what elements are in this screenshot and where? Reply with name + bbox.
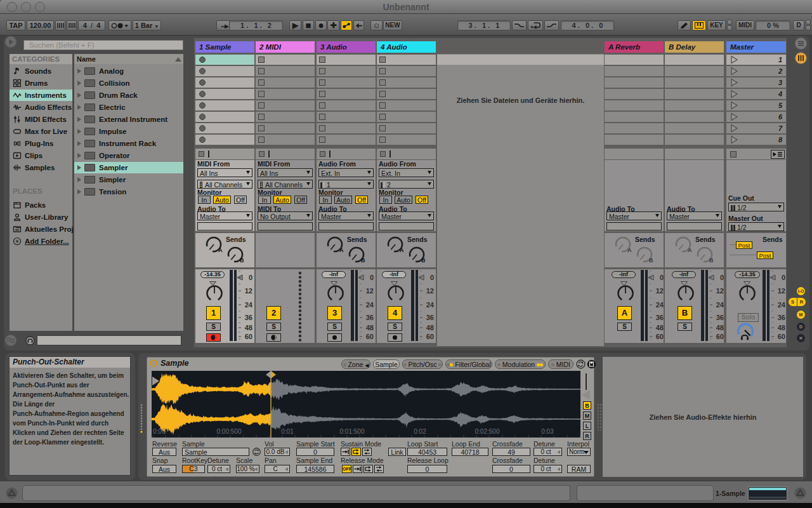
svg-text:B: B [421,257,426,264]
svg-text:0:00:500: 0:00:500 [217,428,242,435]
svg-text:0: 0 [249,274,252,281]
svg-text:60: 60 [426,333,434,340]
svg-text:36: 36 [778,314,785,321]
svg-text:0:02: 0:02 [414,428,426,435]
svg-text:B: B [709,257,714,264]
svg-text:B: B [240,257,244,264]
svg-text:24: 24 [656,301,664,309]
svg-text:0:00: 0:00 [153,428,166,435]
svg-text:48: 48 [716,324,724,331]
svg-text:60: 60 [245,333,252,340]
svg-text:B: B [649,257,653,264]
svg-text:48: 48 [778,324,785,331]
svg-text:A: A [400,247,404,253]
svg-text:12: 12 [366,287,374,295]
svg-text:48: 48 [245,324,252,331]
svg-text:36: 36 [245,314,252,321]
svg-text:60: 60 [716,333,724,340]
svg-text:0:02:500: 0:02:500 [475,428,500,435]
svg-text:24: 24 [778,301,786,309]
svg-text:12: 12 [778,287,785,295]
svg-text:0: 0 [782,274,785,281]
svg-text:24: 24 [716,301,724,309]
svg-text:A: A [218,247,223,253]
svg-text:0: 0 [370,274,374,281]
svg-text:0: 0 [660,274,664,281]
svg-text:60: 60 [778,333,785,340]
svg-text:24: 24 [426,301,435,309]
svg-text:0: 0 [430,274,434,281]
svg-text:0:03: 0:03 [541,428,554,435]
svg-text:36: 36 [716,314,724,321]
svg-text:60: 60 [656,333,664,340]
svg-text:12: 12 [716,287,724,295]
svg-text:36: 36 [656,314,664,321]
svg-text:48: 48 [656,324,664,331]
svg-text:24: 24 [245,301,253,309]
svg-text:A: A [627,247,632,253]
svg-text:48: 48 [426,324,434,331]
svg-text:0: 0 [720,274,724,281]
svg-text:0:01:500: 0:01:500 [340,428,365,435]
svg-text:12: 12 [656,287,664,295]
svg-text:A: A [339,247,344,253]
svg-text:36: 36 [366,314,374,321]
svg-text:60: 60 [366,333,374,340]
svg-text:B: B [361,257,365,264]
svg-text:48: 48 [366,324,374,331]
svg-text:12: 12 [426,287,434,295]
svg-text:36: 36 [426,314,434,321]
svg-text:12: 12 [245,287,252,295]
svg-text:24: 24 [366,301,374,309]
svg-text:A: A [688,247,692,253]
svg-text:0:01: 0:01 [281,428,294,435]
